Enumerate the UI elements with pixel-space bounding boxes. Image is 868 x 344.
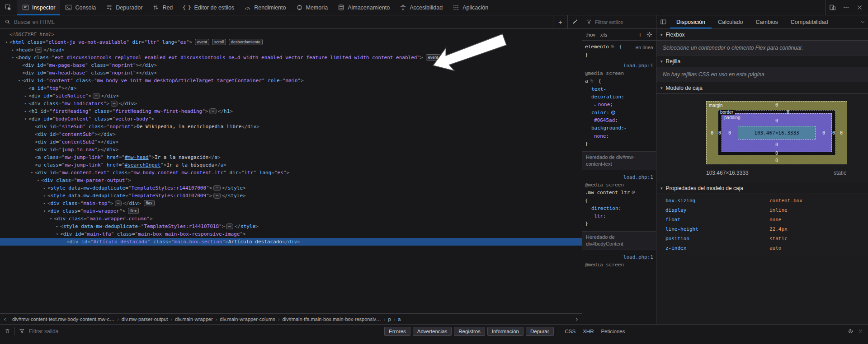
collapsed-content-ellipsis[interactable]: ⋯ — [93, 93, 99, 99]
rule-declaration-value[interactable]: ▸none; — [582, 101, 656, 109]
devtools-menu-button[interactable] — [839, 0, 853, 15]
badge-flex[interactable]: flex — [128, 208, 139, 214]
markup-line[interactable]: ▾<div class="mw-parser-output"> — [0, 177, 582, 184]
expand-twisty-icon[interactable]: ▸ — [23, 92, 28, 100]
markup-line[interactable]: ▸<style data-mw-deduplicate="TemplateSty… — [0, 223, 582, 230]
sidebar-tabs-overflow[interactable] — [857, 15, 868, 28]
box-model-margin-right-value[interactable]: 0 — [840, 130, 843, 135]
collapsed-content-ellipsis[interactable]: ⋯ — [213, 185, 220, 191]
rule-location[interactable]: en línea — [636, 44, 653, 51]
box-model-margin-left-value[interactable]: 0 — [711, 130, 713, 135]
box-model-padding-left-value[interactable]: 0 — [728, 130, 731, 135]
clear-console-button[interactable] — [5, 328, 10, 334]
console-filter-input[interactable]: Filtrar salida — [29, 328, 58, 335]
rule-declaration[interactable]: direction: — [582, 205, 656, 212]
selector-highlighter-icon[interactable] — [610, 43, 615, 51]
console-type-filter[interactable]: CSS — [562, 328, 579, 335]
rule-selector[interactable]: elemento {en línea — [582, 43, 656, 51]
add-node-button[interactable]: + — [553, 15, 567, 28]
markup-line[interactable]: ▾<div id="main-tfa" class="main-box main… — [0, 230, 582, 238]
selector-highlighter-icon[interactable] — [590, 78, 594, 85]
markup-line[interactable]: ▸<div id="siteNotice">⋯</div> — [0, 92, 582, 100]
breadcrumb-item[interactable]: div#main-tfa.main-box.main-box-responsiv… — [280, 316, 383, 323]
tab-console[interactable]: Consola — [60, 0, 101, 15]
rule-declaration-value[interactable]: #0645ad; — [582, 116, 656, 124]
tab-accessibility[interactable]: Accesibilidad — [395, 0, 448, 15]
expand-twisty-icon[interactable]: ▸ — [42, 192, 47, 200]
collapse-twisty-icon[interactable]: ▾ — [29, 169, 35, 177]
box-property-row[interactable]: z-indexauto — [656, 243, 868, 253]
markup-line[interactable]: <div id="contentSub"></div> — [0, 130, 582, 138]
console-filter-button[interactable]: Depurar — [526, 327, 554, 336]
collapse-twisty-icon[interactable]: ▾ — [10, 54, 16, 61]
console-filter-button[interactable]: Errores — [384, 327, 410, 336]
rule-declaration-value[interactable]: ltr; — [582, 212, 656, 220]
section-grid-header[interactable]: ▾ Rejilla — [656, 56, 868, 67]
breadcrumb-item[interactable]: div.main-wrapper-column — [217, 316, 278, 323]
close-devtools-button[interactable] — [853, 0, 866, 15]
section-flexbox-header[interactable]: ▾ Flexbox — [656, 29, 868, 41]
markup-line[interactable]: ▾<div class="main-wrapper">flex — [0, 207, 582, 215]
pseudo-class-toggle[interactable]: :hov — [586, 32, 595, 37]
rule-source-link[interactable]: load.php:1 — [582, 173, 656, 181]
expand-twisty-icon[interactable]: ▸ — [23, 100, 28, 107]
box-property-row[interactable]: positionstatic — [656, 234, 868, 243]
markup-line[interactable]: <div id="jump-to-nav"></div> — [0, 146, 582, 153]
rules-filter-input[interactable]: Filtrar estilos — [595, 19, 623, 25]
section-boxmodel-header[interactable]: ▾ Modelo de caja — [656, 82, 868, 94]
expand-twisty-icon[interactable]: ▸ — [42, 200, 47, 207]
collapsed-content-ellipsis[interactable]: ⋯ — [213, 193, 220, 199]
box-model-padding-bottom-value[interactable]: 0 — [775, 142, 778, 147]
expand-twisty-icon[interactable]: ▸ — [54, 223, 60, 230]
badge-flex[interactable]: flex — [144, 200, 155, 206]
markup-line[interactable]: ▾<div id="content" class="mw-body ve-ini… — [0, 77, 582, 84]
markup-line[interactable]: <!DOCTYPE html> — [0, 31, 582, 38]
tab-memory[interactable]: Memoria — [291, 0, 333, 15]
pick-element-button[interactable] — [0, 0, 17, 15]
sidebar-pane-toggle[interactable] — [656, 15, 670, 28]
console-type-filter[interactable]: XHR — [580, 328, 596, 335]
collapse-twisty-icon[interactable]: ▾ — [54, 230, 60, 238]
selector-highlighter-icon[interactable] — [631, 189, 636, 197]
expand-value-twisty-icon[interactable]: ▸ — [594, 103, 596, 107]
close-split-console-button[interactable] — [858, 328, 863, 334]
markup-line[interactable]: ▾<div class="main-wrapper-column"> — [0, 215, 582, 223]
expand-twisty-icon[interactable]: ▸ — [42, 184, 47, 192]
collapse-twisty-icon[interactable]: ▾ — [4, 38, 9, 46]
markup-line[interactable]: <div id="mw-head-base" class="noprint"><… — [0, 69, 582, 77]
rule-source-link[interactable]: load.php:1 — [582, 253, 656, 261]
rule-declaration[interactable]: background:▸ — [582, 124, 656, 132]
collapse-twisty-icon[interactable]: ▾ — [16, 77, 22, 84]
collapse-twisty-icon[interactable]: ▾ — [42, 207, 47, 215]
markup-line[interactable]: ▸<div class="main-top">⋯</div>flex — [0, 200, 582, 207]
markup-line[interactable]: ▾<div id="bodyContent" class="vector-bod… — [0, 115, 582, 123]
breadcrumb-item[interactable]: p — [386, 316, 393, 323]
markup-line[interactable]: <a class="mw-jump-link" href="#mw-head">… — [0, 153, 582, 161]
markup-line[interactable]: ▸<head>⋯</head> — [0, 46, 582, 54]
markup-line[interactable]: ▸<style data-mw-deduplicate="TemplateSty… — [0, 184, 582, 192]
collapse-twisty-icon[interactable]: ▾ — [48, 215, 54, 223]
markup-line[interactable]: <div id="siteSub" class="noprint">De Wik… — [0, 123, 582, 130]
rule-declaration[interactable]: decoration: — [582, 93, 656, 101]
breadcrumb-scroll-left[interactable]: ‹ — [0, 316, 10, 322]
tab-storage[interactable]: Almacenamiento — [333, 0, 395, 15]
box-model-border-top-value[interactable]: 0 — [787, 110, 789, 115]
tab-network[interactable]: Red — [147, 0, 178, 15]
markup-line[interactable]: ▸<div class="mw-indicators">⋯</div> — [0, 100, 582, 107]
rule-selector[interactable]: .mw-content-ltr — [582, 189, 656, 197]
color-swatch[interactable] — [611, 111, 615, 115]
box-property-row[interactable]: box-sizingcontent-box — [656, 196, 868, 205]
rule-declaration[interactable]: text- — [582, 85, 656, 93]
collapsed-content-ellipsis[interactable]: ⋯ — [35, 47, 42, 53]
breadcrumb-item[interactable]: a — [396, 316, 403, 323]
box-model-border-left-value[interactable]: 0 — [718, 130, 721, 135]
rule-declaration[interactable]: color: — [582, 109, 656, 116]
breadcrumb-item[interactable]: div#mw-content-text.mw-body-content.mw-c… — [10, 316, 117, 323]
responsive-design-mode-button[interactable] — [826, 0, 839, 15]
sidebar-tab-compatibilidad[interactable]: Compatibilidad — [784, 15, 835, 28]
eyedropper-button[interactable] — [567, 15, 582, 28]
console-filter-icon-button[interactable] — [19, 328, 25, 334]
sidebar-tab-cambios[interactable]: Cambios — [750, 15, 784, 28]
section-boxproperties-header[interactable]: ▾ Propiedades del modelo de caja — [656, 182, 868, 194]
color-scheme-toggle-icon[interactable] — [646, 32, 652, 37]
